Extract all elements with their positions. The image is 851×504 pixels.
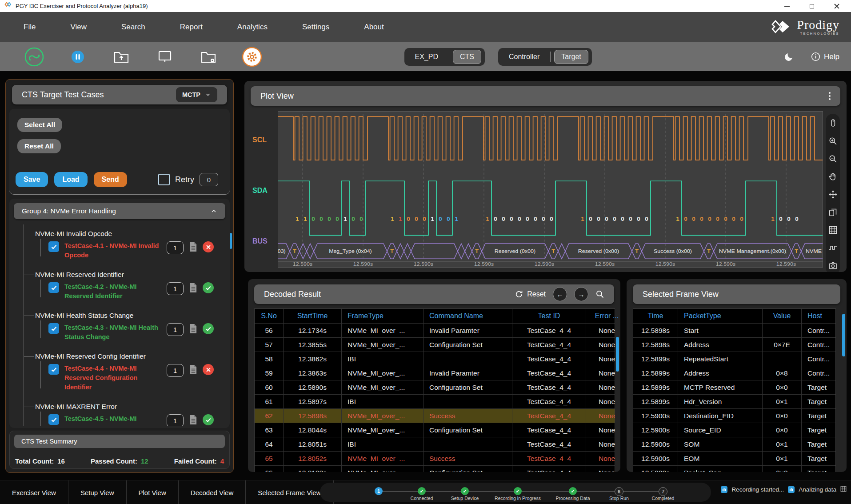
dark-mode-icon[interactable] — [783, 52, 794, 62]
table-row[interactable]: 12.5900sDestination_EID0×0Target — [633, 409, 835, 423]
send-button[interactable]: Send — [94, 172, 127, 187]
table-row[interactable]: 12.5899sMCTP Reserved0×0Target — [633, 380, 835, 395]
iteration-count-input[interactable]: 1 — [167, 364, 184, 377]
table-header-cell[interactable]: FrameType — [342, 309, 424, 323]
table-header-cell[interactable]: StartTime — [284, 309, 342, 323]
maximize-icon[interactable] — [809, 4, 815, 9]
reset-button[interactable]: Reset — [515, 290, 546, 299]
mode-option-expd[interactable]: EX_PD — [408, 50, 445, 64]
decoded-scrollbar[interactable] — [616, 337, 619, 372]
test-case-row[interactable]: TestCase-4.2 - NVMe-MI Reserved Identifi… — [48, 282, 224, 301]
load-button[interactable]: Load — [54, 172, 87, 187]
collapse-chevron-icon[interactable] — [210, 208, 217, 215]
select-all-button[interactable]: Select All — [17, 118, 62, 132]
mode-option-cts[interactable]: CTS — [453, 50, 481, 64]
table-row[interactable]: 6012.5890sNVMe_MI_over_...Configuration … — [255, 380, 615, 395]
snapshot-tool-icon[interactable] — [828, 260, 838, 270]
help-button[interactable]: Help — [811, 52, 839, 61]
menu-item-search[interactable]: Search — [104, 18, 163, 36]
reset-all-button[interactable]: Reset All — [17, 139, 61, 153]
test-case-row[interactable]: TestCase-4.4 - NVMe-MI Reserved Configur… — [48, 364, 224, 392]
role-option-target[interactable]: Target — [554, 50, 588, 64]
view-tab-plot-view[interactable]: Plot View — [127, 480, 179, 504]
testcase-checkbox[interactable] — [48, 323, 59, 334]
report-doc-icon[interactable] — [189, 324, 197, 336]
iteration-count-input[interactable]: 1 — [167, 282, 184, 295]
next-arrow-button[interactable]: → — [574, 287, 588, 301]
prev-arrow-button[interactable]: ← — [553, 287, 567, 301]
table-header-cell[interactable]: PacketType — [678, 309, 763, 323]
left-panel-scrollbar[interactable] — [230, 233, 232, 249]
move-tool-icon[interactable] — [828, 189, 838, 199]
table-row[interactable]: 12.5899sRepeatedStartContr... — [633, 352, 835, 366]
testcase-label[interactable]: TestCase-4.5 - NVMe-MI MAXRENT Error — [64, 414, 161, 426]
testcase-label[interactable]: TestCase-4.3 - NVMe-MI Health Status Cha… — [64, 323, 161, 342]
test-case-row[interactable]: TestCase-4.5 - NVMe-MI MAXRENT Error1 — [48, 414, 224, 426]
table-row[interactable]: 5712.3855sNVMe_MI_over_...Configuration … — [255, 338, 615, 352]
display-icon[interactable] — [154, 46, 176, 68]
status-grid-icon[interactable] — [840, 486, 847, 493]
testcase-label[interactable]: TestCase-4.1 - NVMe-MI Invalid Opcode — [64, 241, 161, 260]
table-row[interactable]: 12.5898sAddress0×7EContr... — [633, 338, 835, 352]
pause-icon[interactable] — [67, 46, 89, 68]
testcase-checkbox[interactable] — [48, 282, 59, 293]
group-header[interactable]: Group 4: NVMe Error Handling — [14, 203, 225, 219]
table-header-cell[interactable]: Error ... — [586, 309, 620, 323]
view-tab-exerciser-view[interactable]: Exerciser View — [0, 480, 68, 504]
table-row[interactable]: 12.5898sStartContr... — [633, 324, 835, 338]
view-tab-decoded-view[interactable]: Decoded View — [179, 480, 246, 504]
table-row[interactable]: 6512.8052sNVMe_MI_over_...SuccessTestCas… — [255, 452, 615, 466]
table-row[interactable]: 6212.5898sNVMe_MI_over_...SuccessTestCas… — [255, 409, 615, 423]
pan-tool-icon[interactable] — [828, 172, 838, 181]
report-doc-icon[interactable] — [189, 283, 197, 295]
table-row[interactable]: 12.5899sHdr_Version0×1Target — [633, 395, 835, 409]
table-row[interactable]: 5612.1734sNVMe_MI_over_...Invalid Paramt… — [255, 324, 615, 338]
table-header-cell[interactable]: S.No — [255, 309, 284, 323]
table-header-cell[interactable]: Command Name — [424, 309, 512, 323]
retry-checkbox[interactable] — [158, 174, 170, 185]
minimize-icon[interactable] — [784, 4, 790, 9]
menu-item-settings[interactable]: Settings — [285, 18, 347, 36]
frame-scrollbar[interactable] — [842, 314, 845, 356]
folder-export-icon[interactable] — [110, 46, 132, 68]
report-doc-icon[interactable] — [189, 415, 197, 426]
table-row[interactable]: 12.5899sAddress0×8Contr... — [633, 366, 835, 380]
menu-item-view[interactable]: View — [53, 18, 104, 36]
testcase-label[interactable]: TestCase-4.2 - NVMe-MI Reserved Identifi… — [64, 282, 161, 301]
table-row[interactable]: 5912.3863sNVMe_MI_over_...Invalid Paramt… — [255, 366, 615, 380]
exerciser-route-icon[interactable] — [23, 46, 45, 68]
table-row[interactable]: 6613.0192sNVMe_MI_over_...Configuration … — [255, 466, 615, 472]
cursor-tool-icon[interactable] — [828, 118, 838, 128]
table-row[interactable]: 12.5900sSource_EID0×0Target — [633, 423, 835, 437]
testcase-label[interactable]: TestCase-4.4 - NVMe-MI Reserved Configur… — [64, 364, 161, 392]
save-button[interactable]: Save — [16, 172, 48, 187]
settings-gear-icon[interactable] — [241, 46, 263, 68]
test-case-row[interactable]: TestCase-4.1 - NVMe-MI Invalid Opcode1 — [48, 241, 224, 260]
table-row[interactable]: 6312.8044sNVMe_MI_over_...Configuration … — [255, 423, 615, 437]
table-header-cell[interactable]: Value — [763, 309, 802, 323]
menu-item-about[interactable]: About — [347, 18, 401, 36]
table-row[interactable]: 6112.5897sIBITestCase_4_4None — [255, 395, 615, 409]
grid-tool-icon[interactable] — [828, 225, 838, 235]
testcase-checkbox[interactable] — [48, 414, 59, 425]
zoom-in-tool-icon[interactable] — [828, 136, 838, 146]
plot-menu-icon[interactable] — [829, 92, 831, 100]
iteration-count-input[interactable]: 1 — [167, 323, 184, 336]
table-row[interactable]: 6412.8051sIBITestCase_4_4None — [255, 437, 615, 452]
testcase-checkbox[interactable] — [48, 241, 59, 252]
testcase-checkbox[interactable] — [48, 364, 59, 375]
iteration-count-input[interactable]: 1 — [167, 241, 184, 254]
report-doc-icon[interactable] — [189, 364, 197, 376]
view-tab-setup-view[interactable]: Setup View — [68, 480, 127, 504]
role-option-controller[interactable]: Controller — [502, 50, 547, 64]
table-header-cell[interactable]: Time — [633, 309, 678, 323]
test-case-row[interactable]: TestCase-4.3 - NVMe-MI Health Status Cha… — [48, 323, 224, 342]
table-row[interactable]: 12.5900sSOM0×1Target — [633, 437, 835, 452]
table-row[interactable]: 12.5900sPacket_Seq0×0Target — [633, 466, 835, 472]
compare-tool-icon[interactable] — [828, 207, 838, 217]
table-header-cell[interactable]: Test ID — [512, 309, 586, 323]
retry-count-input[interactable]: 0 — [200, 173, 218, 186]
close-icon[interactable] — [834, 4, 839, 9]
iteration-count-input[interactable]: 1 — [167, 414, 184, 426]
measure-tool-icon[interactable] — [828, 243, 838, 252]
